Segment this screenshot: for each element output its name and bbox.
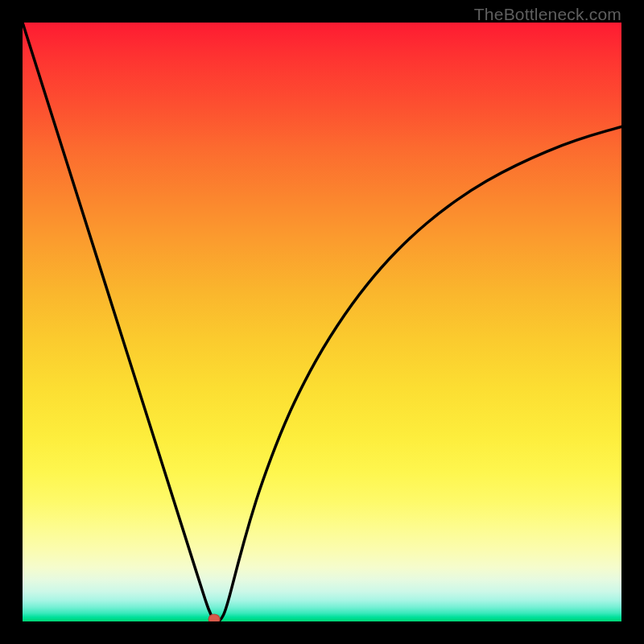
plot-area bbox=[23, 23, 621, 621]
curve-layer bbox=[23, 23, 621, 621]
chart-frame: TheBottleneck.com bbox=[0, 0, 644, 644]
watermark-text: TheBottleneck.com bbox=[474, 5, 621, 24]
bottleneck-curve bbox=[23, 23, 621, 621]
optimal-point-marker bbox=[208, 614, 220, 621]
